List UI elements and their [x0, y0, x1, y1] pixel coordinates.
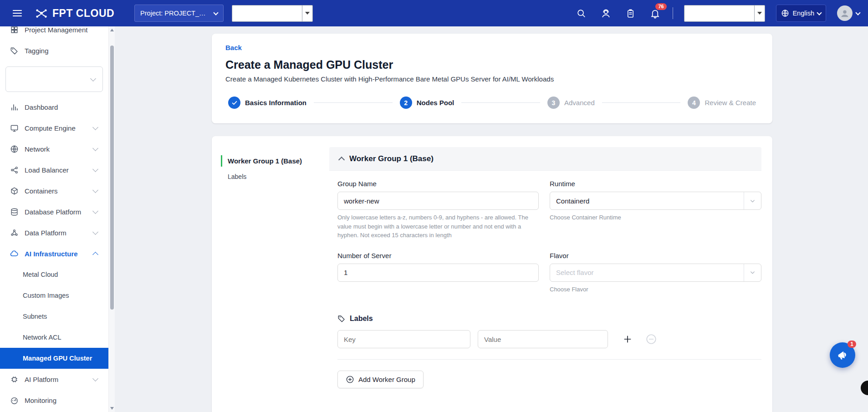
sidebar-item-ai-infrastructure[interactable]: AI Infrastructure: [0, 243, 108, 264]
flavor-select-placeholder: Select flavor: [550, 269, 744, 276]
value-input[interactable]: [478, 330, 608, 348]
account-menu[interactable]: [837, 5, 860, 21]
notification-bell[interactable]: 76: [648, 6, 662, 20]
search-icon: [576, 8, 586, 18]
panel-header[interactable]: Worker Group 1 (Base): [329, 147, 761, 171]
scroll-down-arrow[interactable]: [110, 407, 114, 410]
step-advanced[interactable]: 3 Advanced: [547, 97, 595, 109]
page-subtitle: Create a Managed Kubernetes Cluster with…: [225, 75, 759, 83]
clipboard-icon: [626, 9, 635, 18]
sidebar-item-network-acl[interactable]: Network ACL: [0, 327, 108, 348]
chevron-down-icon: [90, 76, 96, 81]
cloud-icon: [9, 249, 19, 259]
navbar-search-select-right[interactable]: [684, 5, 765, 22]
sidebar-menu: Dashboard Compute Engine Network: [0, 97, 108, 411]
data-nodes-icon: [9, 228, 19, 238]
support-icon: [601, 8, 611, 19]
group-name-label: Group Name: [337, 180, 539, 188]
step-nodes-pool[interactable]: 2 Nodes Pool: [400, 97, 454, 109]
step-basics-information[interactable]: Basics Information: [228, 97, 306, 109]
clipboard-button[interactable]: [623, 6, 637, 20]
chevron-down-icon: [92, 376, 98, 381]
step-connector: [461, 102, 540, 103]
sidebar-item-label: Data Platform: [25, 229, 66, 237]
number-of-server-field: Number of Server: [337, 252, 539, 294]
avatar: [837, 5, 853, 21]
section-title: Worker Group 1 (Base): [349, 154, 434, 163]
tag-icon: [337, 315, 346, 323]
group-name-input[interactable]: [337, 192, 539, 210]
sidebar-item-label: Custom Images: [23, 292, 69, 299]
sidebar-filter-select[interactable]: [5, 66, 103, 92]
sidebar-item-dashboard[interactable]: Dashboard: [0, 97, 108, 117]
key-input[interactable]: [337, 330, 470, 348]
sidebar-item-label: Project Management: [25, 26, 87, 34]
sidebar-item-ai-platform[interactable]: AI Platform: [0, 369, 108, 390]
sidebar-scrollbar[interactable]: [108, 26, 115, 412]
runtime-select-value: Containerd: [550, 197, 744, 205]
sidebar-item-tagging[interactable]: Tagging: [0, 40, 108, 61]
step-label: Advanced: [564, 99, 595, 107]
chevron-down-icon: [817, 10, 822, 15]
add-label-row-button[interactable]: [621, 332, 634, 346]
hamburger-menu-button[interactable]: [8, 4, 26, 22]
sidebar-item-custom-images[interactable]: Custom Images: [0, 285, 108, 306]
flavor-select[interactable]: Select flavor: [550, 264, 761, 282]
bar-chart-icon: [9, 102, 19, 112]
cube-icon: [9, 186, 19, 196]
sidebar-item-label: Containers: [25, 187, 58, 195]
scroll-up-arrow[interactable]: [110, 29, 114, 31]
sidebar-item-containers[interactable]: Containers: [0, 180, 108, 201]
group-name-field: Group Name Only lowercase letters a-z, n…: [337, 180, 539, 240]
subnav-item-worker-group-1[interactable]: Worker Group 1 (Base): [221, 155, 329, 167]
add-worker-group-button[interactable]: Add Worker Group: [337, 371, 424, 388]
navbar-search-select-left[interactable]: [232, 5, 313, 22]
sidebar-item-data-platform[interactable]: Data Platform: [0, 222, 108, 243]
page-title: Create a Managed GPU Cluster: [225, 58, 759, 71]
subnav-item-labels[interactable]: Labels: [221, 171, 329, 182]
sidebar-item-label: Network: [25, 145, 50, 153]
collapse-chevron-icon[interactable]: [338, 157, 345, 163]
brand-text: FPT CLOUD: [52, 7, 114, 20]
remove-label-row-button[interactable]: [644, 332, 658, 346]
top-navbar: FPT CLOUD Project: PROJECT_NC...: [0, 0, 868, 26]
sidebar-item-monitoring[interactable]: Monitoring: [0, 390, 108, 411]
sidebar-item-managed-gpu-cluster[interactable]: Managed GPU Cluster: [0, 348, 108, 369]
step-number: 4: [688, 97, 700, 109]
language-selector[interactable]: English: [776, 5, 826, 22]
search-button[interactable]: [574, 6, 588, 20]
back-link[interactable]: Back: [225, 44, 242, 51]
step-review-create[interactable]: 4 Review & Create: [688, 97, 756, 109]
worker-group-panel: Worker Group 1 (Base) Group Name Only lo…: [329, 147, 761, 404]
scrollbar-thumb[interactable]: [110, 46, 114, 310]
divider: [337, 359, 761, 360]
fpt-cloud-logo[interactable]: FPT CLOUD: [35, 6, 114, 20]
sidebar-item-label: Subnets: [23, 313, 47, 320]
group-name-helper: Only lowercase letters a-z, numbers 0-9,…: [337, 213, 539, 240]
sidebar-item-subnets[interactable]: Subnets: [0, 306, 108, 327]
fab-badge: 1: [848, 341, 856, 348]
check-icon: [228, 97, 240, 109]
network-globe-icon: [9, 144, 19, 154]
runtime-select[interactable]: Containerd: [550, 192, 761, 210]
sidebar-item-compute-engine[interactable]: Compute Engine: [0, 117, 108, 138]
support-button[interactable]: [599, 6, 613, 20]
sidebar-item-label: Dashboard: [25, 103, 58, 111]
sidebar-item-label: AI Platform: [25, 376, 58, 383]
labels-section-title: Labels: [350, 315, 373, 323]
sidebar-item-label: Database Platform: [25, 208, 81, 216]
announcement-fab[interactable]: 1: [830, 342, 855, 368]
project-selector[interactable]: Project: PROJECT_NC...: [134, 5, 224, 22]
add-worker-group-label: Add Worker Group: [358, 376, 415, 383]
runtime-helper: Choose Container Runtime: [550, 213, 756, 222]
number-of-server-input[interactable]: [337, 264, 539, 282]
sidebar-item-load-balancer[interactable]: Load Balancer: [0, 159, 108, 180]
sidebar-item-network[interactable]: Network: [0, 138, 108, 159]
sidebar-item-project-management[interactable]: Project Management: [0, 26, 108, 40]
number-of-server-label: Number of Server: [337, 252, 539, 259]
sidebar-item-label: AI Infrastructure: [25, 250, 78, 258]
sidebar-item-metal-cloud[interactable]: Metal Cloud: [0, 264, 108, 285]
chevron-down-icon: [744, 264, 761, 281]
flavor-field: Flavor Select flavor Choose Flavor: [550, 252, 761, 294]
sidebar-item-database-platform[interactable]: Database Platform: [0, 201, 108, 222]
